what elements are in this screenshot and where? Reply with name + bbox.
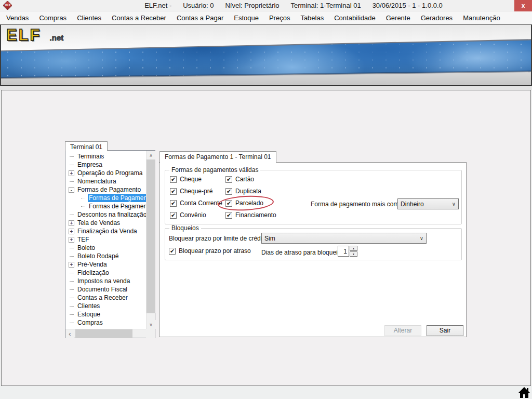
menu-item-contabilidade[interactable]: Contabilidade (329, 11, 381, 24)
logo-text: ELF (6, 26, 42, 45)
menu-item-vendas[interactable]: Vendas (1, 11, 34, 24)
scroll-left-icon[interactable]: ‹ (65, 329, 74, 338)
checkbox-label: Cartão (235, 176, 254, 183)
tree-connector (70, 156, 74, 157)
title-segment: Nível: Proprietário (225, 2, 279, 9)
vertical-scroll-thumb[interactable] (147, 159, 155, 313)
tree-horizontal-scrollbar[interactable]: ‹ › (65, 329, 155, 338)
checkbox-label: Duplicata (235, 188, 261, 195)
payment-checkbox-parcelado[interactable]: ✔Parcelado (225, 200, 276, 207)
expand-plus-icon[interactable]: + (69, 229, 74, 234)
menu-item-estoque[interactable]: Estoque (229, 11, 264, 24)
tab-formas-de-pagamento-1[interactable]: Formas de Pagamento 1 - Terminal 01 (159, 151, 276, 163)
payment-checkbox-column-1: ✔Cheque✔Cheque-pré✔Conta Corrente✔Convên… (170, 176, 222, 219)
tree-item-nomenclatura[interactable]: Nomenclatura (68, 177, 146, 185)
checkbox-checked-icon[interactable]: ✔ (225, 200, 232, 207)
spinner-down-icon[interactable]: ▼ (350, 251, 357, 257)
tree-item-label: Tela de Vendas (76, 219, 121, 227)
credit-limit-value: Sim (264, 235, 275, 242)
payment-checkbox-financiamento[interactable]: ✔Financiamento (225, 211, 276, 219)
tree-item-label: Estoque (76, 310, 101, 318)
payment-checkbox-chequepre[interactable]: ✔Cheque-pré (170, 188, 222, 195)
checkbox-label: Financiamento (235, 211, 276, 219)
tree-item-fidelizacao[interactable]: Fidelização (68, 269, 146, 277)
payment-checkbox-cheque[interactable]: ✔Cheque (170, 176, 222, 183)
checkbox-checked-icon[interactable]: ✔ (170, 176, 177, 183)
credit-limit-select[interactable]: Sim ∨ (261, 233, 427, 244)
menu-item-manutencao[interactable]: Manutenção (458, 11, 506, 24)
checkbox-checked-icon[interactable]: ✔ (225, 188, 232, 195)
payment-checkbox-duplicata[interactable]: ✔Duplicata (225, 188, 276, 195)
tree-item-formas-de-pagamento[interactable]: -Formas de Pagamento (68, 185, 146, 194)
checkbox-checked-icon[interactable]: ✔ (170, 200, 177, 207)
checkbox-checked-icon[interactable]: ✔ (225, 176, 232, 183)
checkbox-checked-icon[interactable]: ✔ (170, 212, 177, 219)
menu-item-clientes[interactable]: Clientes (72, 11, 107, 24)
horizontal-scroll-thumb[interactable] (75, 329, 132, 338)
tree-item-documento-fiscal[interactable]: Documento Fiscal (68, 285, 146, 294)
late-days-value[interactable]: 1 (338, 246, 349, 257)
tree-item-boleto[interactable]: Boleto (68, 244, 146, 252)
menu-item-compras[interactable]: Compras (34, 11, 72, 24)
tree-item-terminais[interactable]: Terminais (68, 152, 146, 161)
late-block-checkbox-item[interactable]: ✔ Bloquear prazo por atraso (169, 247, 251, 255)
payment-checkbox-convenio[interactable]: ✔Convênio (170, 211, 222, 219)
tree-item-boleto-rodape[interactable]: Boleto Rodapé (68, 252, 146, 260)
tree-item-contas-a-receber[interactable]: Contas a Receber (68, 294, 146, 302)
tree-connector (70, 306, 74, 307)
tree-item-compras[interactable]: Compras (68, 318, 146, 327)
menu-item-tabelas[interactable]: Tabelas (295, 11, 329, 24)
tree-item-operacao-do-programa[interactable]: +Operação do Programa (68, 169, 146, 177)
tree-item-descontos-na-finalizacao[interactable]: Descontos na finalização (68, 210, 146, 219)
menu-item-precos[interactable]: Preços (264, 11, 295, 24)
late-days-spinner[interactable]: 1 ▲ ▼ (338, 246, 357, 257)
title-bar: ELF ELF.net -Usuário: 0Nível: Proprietár… (0, 0, 532, 11)
alterar-button[interactable]: Alterar (384, 325, 421, 336)
tree-item-tef[interactable]: +TEF (68, 235, 146, 244)
tree-item-prevenda[interactable]: +Pré-Venda (68, 260, 146, 269)
sair-button[interactable]: Sair (427, 325, 463, 336)
late-days-label: Dias de atraso para bloqueio (261, 249, 341, 256)
menu-item-gerente[interactable]: Gerente (381, 11, 416, 24)
close-button[interactable]: x (514, 0, 532, 11)
home-icon[interactable] (518, 386, 530, 398)
tree-vertical-scrollbar[interactable]: ∧ ∨ (146, 151, 155, 329)
chevron-down-icon[interactable]: ∨ (417, 235, 426, 241)
scroll-up-icon[interactable]: ∧ (147, 151, 155, 159)
tree-item-estoque[interactable]: Estoque (68, 310, 146, 318)
checkbox-checked-icon[interactable]: ✔ (170, 188, 177, 195)
tree-item-clientes[interactable]: Clientes (68, 302, 146, 310)
scroll-down-icon[interactable]: ∨ (147, 320, 155, 329)
expand-plus-icon[interactable]: + (69, 170, 74, 176)
tree-item-tela-de-vendas[interactable]: +Tela de Vendas (68, 219, 146, 227)
tree-connector (81, 198, 85, 198)
status-strip (0, 386, 532, 399)
payment-checkbox-cartao[interactable]: ✔Cartão (225, 176, 276, 183)
tree-item-label: Impostos na venda (76, 277, 131, 285)
tree-item-label: Formas de Pagamento 1 (88, 194, 146, 202)
menu-item-contas-a-pagar[interactable]: Contas a Pagar (171, 11, 229, 24)
expand-plus-icon[interactable]: + (69, 262, 74, 268)
tree-item-formas-de-pagamento-1[interactable]: Formas de Pagamento 1 (68, 194, 146, 202)
tree-item-formas-de-pagamento-2[interactable]: Formas de Pagamento 2 (68, 202, 146, 210)
menu-item-contas-a-receber[interactable]: Contas a Receber (107, 11, 171, 24)
tree-item-finalizacao-da-venda[interactable]: +Finalização da Venda (68, 227, 146, 235)
common-payment-label: Forma de pagamento mais comum (311, 201, 407, 208)
menu-item-geradores[interactable]: Geradores (416, 11, 458, 24)
tree-item-label: Operação do Programa (76, 169, 143, 177)
tree-item-impostos-na-venda[interactable]: Impostos na venda (68, 277, 146, 285)
common-payment-select[interactable]: Dinheiro ∨ (397, 198, 459, 209)
tree-item-empresa[interactable]: Empresa (68, 161, 146, 169)
banner-gap (0, 86, 532, 90)
expand-plus-icon[interactable]: + (69, 237, 74, 243)
checkbox-checked-icon[interactable]: ✔ (225, 212, 232, 219)
checkbox-checked-icon[interactable]: ✔ (169, 248, 176, 255)
expand-plus-icon[interactable]: + (69, 220, 74, 226)
main-panel: Terminal 01 TerminaisEmpresa+Operação do… (1, 90, 531, 386)
collapse-minus-icon[interactable]: - (69, 187, 74, 193)
spinner-up-icon[interactable]: ▲ (350, 246, 357, 251)
chevron-down-icon[interactable]: ∨ (449, 201, 458, 207)
credit-limit-label: Bloquear prazo por limite de crédito (169, 235, 267, 242)
payment-checkbox-conta-corrente[interactable]: ✔Conta Corrente (170, 200, 222, 207)
tab-terminal-01[interactable]: Terminal 01 (65, 141, 108, 151)
